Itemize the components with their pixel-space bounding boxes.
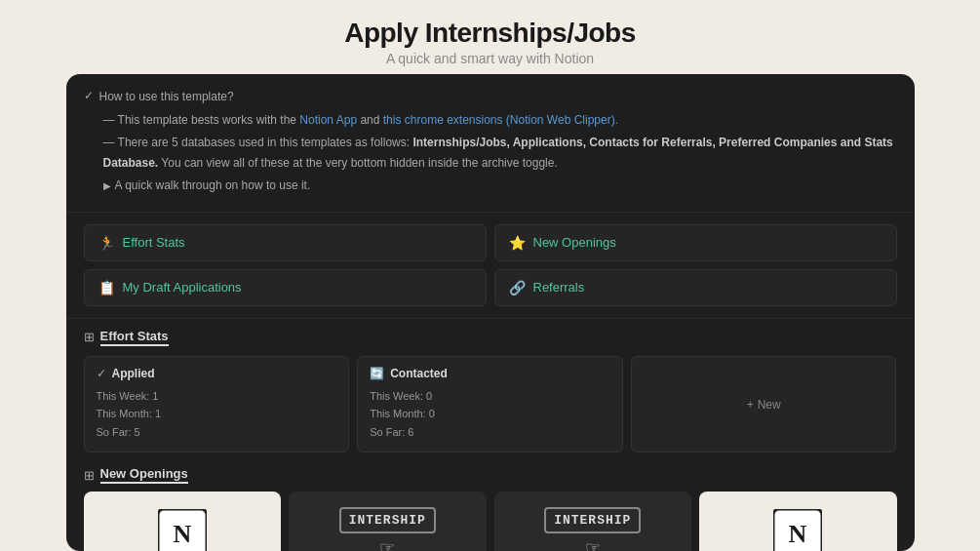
- openings-section-icon: ⊞: [84, 468, 95, 483]
- info-check-label: How to use this template?: [99, 88, 234, 106]
- plus-icon: +: [747, 398, 754, 412]
- opening-card-1[interactable]: N: [84, 492, 282, 551]
- main-content: ⊞ Effort Stats ✓ Applied This Week: 1 Th…: [66, 319, 915, 551]
- quick-link-referrals[interactable]: 🔗 Referrals: [494, 269, 897, 306]
- info-line1: — This template bests works with the Not…: [103, 113, 619, 127]
- info-indent-2: — There are 5 databases used in this tem…: [84, 133, 897, 172]
- effort-stats-icon: 🏃: [98, 235, 115, 251]
- notion-logo-4: N: [773, 509, 822, 551]
- info-row-1: ✓ How to use this template?: [84, 88, 897, 106]
- info-line3: ▶A quick walk through on how to use it.: [103, 178, 311, 192]
- new-openings-icon: ⭐: [509, 235, 526, 251]
- effort-stats-label: Effort Stats: [123, 235, 185, 250]
- opening-card-2[interactable]: INTERSHIP ☞: [289, 492, 487, 551]
- contacted-week: This Week: 0: [370, 388, 610, 405]
- effort-stats-section-title: Effort Stats: [100, 329, 169, 346]
- contacted-sofar: So Far: 6: [370, 424, 610, 441]
- applied-month: This Month: 1: [97, 406, 337, 422]
- applied-title: Applied: [112, 367, 155, 380]
- draft-apps-label: My Draft Applications: [123, 280, 242, 295]
- quick-links-grid: 🏃 Effort Stats ⭐ New Openings 📋 My Draft…: [66, 213, 915, 319]
- info-section: ✓ How to use this template? — This templ…: [66, 74, 915, 213]
- info-line2: — There are 5 databases used in this tem…: [103, 136, 893, 169]
- cursor-icon-2: ☞: [379, 537, 395, 551]
- internship-label-3: INTERSHIP: [544, 507, 641, 533]
- contacted-month: This Month: 0: [370, 406, 610, 422]
- chrome-ext-link[interactable]: this chrome extensions (Notion Web Clipp…: [383, 113, 618, 127]
- applied-sofar: So Far: 5: [97, 424, 337, 441]
- notion-app-link[interactable]: Notion App: [299, 113, 357, 127]
- effort-stats-header: ⊞ Effort Stats: [84, 329, 897, 346]
- openings-section-title: New Openings: [100, 466, 188, 484]
- new-label: New: [758, 398, 781, 412]
- quick-link-new-openings[interactable]: ⭐ New Openings: [494, 224, 897, 261]
- referrals-icon: 🔗: [509, 280, 526, 295]
- notion-container: ✓ How to use this template? — This templ…: [66, 74, 915, 551]
- applied-week: This Week: 1: [97, 388, 337, 405]
- page-title: Apply Internships/Jobs: [344, 18, 636, 49]
- new-stat-card: + New: [631, 356, 897, 453]
- svg-text:N: N: [789, 520, 807, 548]
- openings-grid: N INTERSHIP ☞ INTERSHIP ☞: [84, 492, 897, 551]
- page-subtitle: A quick and smart way with Notion: [344, 51, 636, 66]
- quick-link-draft-apps[interactable]: 📋 My Draft Applications: [84, 269, 487, 306]
- stats-grid: ✓ Applied This Week: 1 This Month: 1 So …: [84, 356, 897, 453]
- contacted-card-header: 🔄 Contacted: [370, 367, 610, 380]
- svg-text:N: N: [173, 520, 191, 548]
- new-stat-button[interactable]: + New: [747, 398, 781, 412]
- openings-header: ⊞ New Openings: [84, 466, 897, 484]
- contacted-title: Contacted: [390, 367, 448, 380]
- info-indent-1: — This template bests works with the Not…: [84, 110, 897, 130]
- quick-link-effort-stats[interactable]: 🏃 Effort Stats: [84, 224, 487, 261]
- contacted-card: 🔄 Contacted This Week: 0 This Month: 0 S…: [357, 356, 623, 453]
- referrals-label: Referrals: [533, 280, 585, 295]
- notion-logo-1: N: [158, 509, 207, 551]
- check-icon: ✓: [84, 89, 94, 102]
- applied-icon: ✓: [97, 367, 106, 380]
- effort-stats-section-icon: ⊞: [84, 330, 95, 344]
- applied-card-header: ✓ Applied: [97, 367, 337, 380]
- opening-card-4[interactable]: N: [699, 492, 897, 551]
- cursor-icon-3: ☞: [585, 537, 601, 551]
- page-header: Apply Internships/Jobs A quick and smart…: [344, 0, 636, 74]
- info-indent-3: ▶A quick walk through on how to use it.: [84, 176, 897, 195]
- opening-card-3[interactable]: INTERSHIP ☞: [494, 492, 692, 551]
- draft-apps-icon: 📋: [98, 280, 115, 295]
- new-openings-label: New Openings: [533, 235, 616, 250]
- applied-card: ✓ Applied This Week: 1 This Month: 1 So …: [84, 356, 350, 453]
- internship-label-2: INTERSHIP: [339, 507, 436, 533]
- contacted-icon: 🔄: [370, 367, 384, 380]
